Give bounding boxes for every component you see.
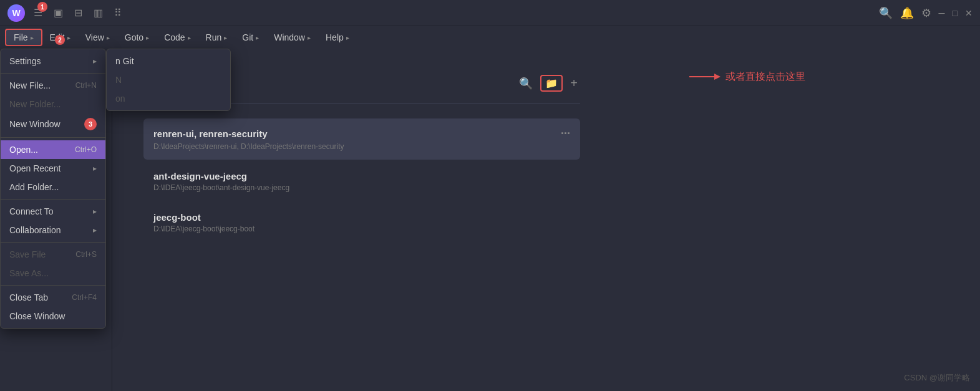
open-recent-chevron: ▸ [93, 164, 97, 173]
add-folder-label: Add Folder... [9, 182, 59, 192]
close-tab-label: Close Tab [9, 292, 48, 302]
content-area: Recents 🔍 📁 + 或者直接点击这里 renren-ui, renren… [112, 49, 980, 391]
menu-open-recent[interactable]: Open Recent ▸ [1, 159, 105, 178]
divider-5 [1, 285, 105, 286]
settings-label: Settings [9, 56, 41, 66]
recent-item-0-dots[interactable]: ··· [561, 127, 570, 140]
collaboration-label: Collaboration [9, 225, 61, 235]
left-panel: Settings ▸ New File... Ctrl+N New Folder… [0, 49, 112, 391]
layout-icon[interactable]: ▣ [51, 4, 65, 21]
watermark: CSDN @谢同学略 [904, 372, 970, 384]
sub-git-label: n Git [115, 56, 134, 66]
menu-file-label: File [14, 32, 28, 42]
close-window-label: Close Window [9, 311, 65, 321]
search-icon[interactable]: 🔍 [879, 6, 893, 20]
divider-1 [1, 73, 105, 74]
hamburger-icon[interactable]: ☰ 1 [31, 4, 45, 21]
menu-code-label: Code [164, 32, 185, 42]
logo-text: W [12, 8, 20, 18]
menu-collaboration[interactable]: Collaboration ▸ [1, 221, 105, 239]
titlebar: W ☰ 1 ▣ ⊟ ▥ ⠿ 🔍 🔔 ⚙ ─ □ ✕ [0, 0, 980, 26]
menu-goto-chevron: ▸ [146, 34, 149, 41]
menu-close-window[interactable]: Close Window [1, 307, 105, 326]
divider-3 [1, 199, 105, 200]
sub-menu-item-on: on [107, 89, 230, 108]
menu-goto-label: Goto [125, 32, 143, 42]
menu-git-chevron: ▸ [256, 34, 259, 41]
menu-window-label: Window [274, 32, 305, 42]
open-recent-label: Open Recent [9, 163, 61, 173]
menu-file[interactable]: File ▸ [5, 29, 42, 46]
close-tab-shortcut: Ctrl+F4 [72, 293, 97, 302]
menu-connect-to[interactable]: Connect To ▸ [1, 202, 105, 221]
menu-window[interactable]: Window ▸ [266, 30, 318, 45]
recent-item-1-title: ant-design-vue-jeecg [153, 171, 570, 181]
add-recent-icon[interactable]: + [568, 74, 580, 93]
open-shortcut: Ctrl+O [75, 145, 97, 154]
bell-icon[interactable]: 🔔 [900, 6, 914, 20]
settings-icon[interactable]: ⚙ [921, 6, 931, 20]
menu-view-label: View [85, 32, 104, 42]
menubar: File ▸ Edit ▸ View ▸ Goto ▸ Code ▸ Run ▸… [0, 26, 980, 49]
recent-item-0[interactable]: renren-ui, renren-security ··· D:\IdeaPr… [143, 118, 580, 160]
menu-git-label: Git [242, 32, 253, 42]
recent-item-0-title: renren-ui, renren-security ··· [153, 127, 570, 140]
menu-edit-chevron: ▸ [67, 34, 70, 41]
menu-code-chevron: ▸ [188, 34, 191, 41]
recent-item-2-path: D:\IDEA\jeecg-boot\jeecg-boot [153, 224, 570, 233]
menu-save-as: Save As... [1, 264, 105, 282]
settings-chevron: ▸ [93, 57, 97, 65]
menu-run[interactable]: Run ▸ [198, 30, 235, 45]
close-btn[interactable]: ✕ [965, 8, 973, 18]
search-recents-icon[interactable]: 🔍 [517, 74, 535, 93]
menu-open[interactable]: Open... Ctrl+O [1, 140, 105, 159]
menu-add-folder[interactable]: Add Folder... [1, 178, 105, 196]
menu-close-tab[interactable]: Close Tab Ctrl+F4 [1, 288, 105, 307]
new-file-shortcut: Ctrl+N [75, 81, 97, 90]
menu-goto[interactable]: Goto ▸ [117, 30, 157, 45]
panel2-icon[interactable]: ▥ [91, 4, 105, 21]
save-file-label: Save File [9, 249, 46, 259]
open-label: Open... [9, 145, 38, 155]
file-dropdown: Settings ▸ New File... Ctrl+N New Folder… [0, 49, 106, 329]
menu-new-window[interactable]: New Window 3 [1, 113, 105, 135]
panel-icon[interactable]: ⊟ [72, 4, 85, 21]
connect-to-chevron: ▸ [93, 207, 97, 216]
connect-to-label: Connect To [9, 206, 54, 216]
menu-settings[interactable]: Settings ▸ [1, 52, 105, 70]
menu-help[interactable]: Help ▸ [318, 30, 357, 45]
menu-new-file[interactable]: New File... Ctrl+N [1, 76, 105, 95]
annotation-area: 或者直接点击这里 [683, 67, 805, 86]
grid-icon[interactable]: ⠿ [112, 4, 124, 21]
recent-item-2-title: jeecg-boot [153, 212, 570, 223]
new-file-label: New File... [9, 80, 51, 90]
new-window-label: New Window [9, 119, 61, 129]
divider-4 [1, 242, 105, 243]
divider-2 [1, 137, 105, 138]
recent-item-2[interactable]: jeecg-boot D:\IDEA\jeecg-boot\jeecg-boot [143, 203, 580, 242]
svg-marker-1 [714, 74, 720, 80]
recent-item-1-path: D:\IDEA\jeecg-boot\ant-design-vue-jeecg [153, 183, 570, 192]
menu-view-chevron: ▸ [107, 34, 110, 41]
save-as-label: Save As... [9, 268, 49, 278]
file-sub-dropdown: n Git N on [106, 49, 231, 111]
save-file-shortcut: Ctrl+S [75, 250, 97, 259]
folder-open-icon[interactable]: 📁 [540, 75, 563, 92]
maximize-btn[interactable]: □ [953, 8, 958, 18]
menu-save-file: Save File Ctrl+S [1, 245, 105, 264]
menu-git[interactable]: Git ▸ [235, 30, 266, 45]
titlebar-right-controls: 🔍 🔔 ⚙ ─ □ ✕ [879, 6, 973, 20]
menu-run-label: Run [206, 32, 222, 42]
menu-help-label: Help [326, 32, 344, 42]
sub-menu-item-git[interactable]: n Git [107, 52, 230, 70]
sub-menu-item-n: N [107, 70, 230, 89]
menu-code[interactable]: Code ▸ [157, 30, 198, 45]
recent-item-1[interactable]: ant-design-vue-jeecg D:\IDEA\jeecg-boot\… [143, 162, 580, 201]
new-folder-label: New Folder... [9, 99, 61, 109]
menu-new-folder: New Folder... [1, 95, 105, 113]
menu-window-chevron: ▸ [308, 34, 311, 41]
annotation-text: 或者直接点击这里 [725, 70, 805, 84]
badge-1: 1 [37, 2, 47, 12]
minimize-btn[interactable]: ─ [939, 8, 945, 18]
menu-view[interactable]: View ▸ [78, 30, 117, 45]
